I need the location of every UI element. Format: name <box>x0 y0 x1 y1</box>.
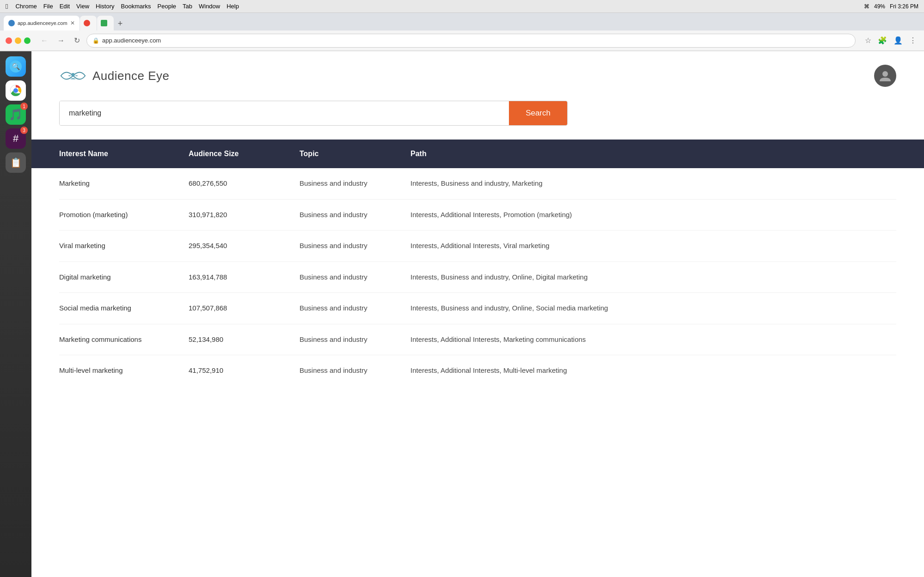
menu-button[interactable]: ⋮ <box>907 34 918 47</box>
app-logo: Audience Eye <box>59 67 169 85</box>
app-header: Audience Eye <box>31 51 924 96</box>
main-content: Audience Eye Search Interest Name Audien… <box>31 51 924 577</box>
forward-button[interactable]: → <box>55 35 67 47</box>
cell-path: Interests, Additional Interests, Marketi… <box>410 334 896 345</box>
col-header-path: Path <box>410 150 896 158</box>
nav-bar: ← → ↻ 🔒 app.audienceeye.com ☆ 🧩 👤 ⋮ <box>0 30 924 51</box>
cell-audience-size: 295,354,540 <box>189 241 300 251</box>
tab-3[interactable] <box>97 16 114 30</box>
maximize-window-button[interactable] <box>24 37 31 44</box>
cell-audience-size: 41,752,910 <box>189 365 300 376</box>
cell-path: Interests, Business and industry, Online… <box>410 303 896 314</box>
table-row: Marketing communications 52,134,980 Busi… <box>59 324 896 356</box>
table-row: Promotion (marketing) 310,971,820 Busine… <box>59 200 896 231</box>
menubar-right: ⌘ 49% Fri 3:26 PM <box>864 3 918 10</box>
search-bar: Search <box>59 101 568 126</box>
ssl-lock-icon: 🔒 <box>92 37 99 44</box>
address-bar[interactable]: 🔒 app.audienceeye.com <box>86 34 856 48</box>
dock-spotify[interactable]: 🎵 1 <box>6 104 26 125</box>
dock-finder[interactable]: 🔍 <box>6 56 26 77</box>
tab-bar: app.audienceeye.com ✕ + <box>0 13 924 30</box>
reload-button[interactable]: ↻ <box>71 34 83 47</box>
user-avatar-button[interactable] <box>874 65 896 87</box>
new-tab-button[interactable]: + <box>114 19 127 29</box>
search-input[interactable] <box>60 101 509 125</box>
cell-interest-name: Digital marketing <box>59 272 189 283</box>
results-table: Interest Name Audience Size Topic Path M… <box>31 140 924 386</box>
tab-favicon <box>8 20 15 26</box>
dock-chrome[interactable] <box>6 80 26 101</box>
address-bar-actions: ☆ 🧩 👤 ⋮ <box>863 34 918 47</box>
cell-interest-name: Marketing communications <box>59 334 189 345</box>
menu-history[interactable]: History <box>96 3 114 10</box>
search-section: Search <box>31 96 924 140</box>
menu-people[interactable]: People <box>158 3 176 10</box>
cell-interest-name: Multi-level marketing <box>59 365 189 376</box>
cell-audience-size: 163,914,788 <box>189 272 300 283</box>
slack-badge: 3 <box>20 127 28 134</box>
col-header-interest-name: Interest Name <box>59 150 189 158</box>
cell-interest-name: Marketing <box>59 178 189 189</box>
col-header-audience-size: Audience Size <box>189 150 300 158</box>
menu-edit[interactable]: Edit <box>60 3 70 10</box>
url-text: app.audienceeye.com <box>102 37 850 44</box>
cell-path: Interests, Additional Interests, Promoti… <box>410 210 896 220</box>
wifi-icon: ⌘ <box>864 3 869 10</box>
bookmark-button[interactable]: ☆ <box>863 34 873 47</box>
apple-menu[interactable]:  <box>6 2 8 10</box>
profile-button[interactable]: 👤 <box>892 34 905 47</box>
mac-dock: 🔍 🎵 1 # 3 📋 <box>0 51 31 577</box>
extensions-button[interactable]: 🧩 <box>876 34 889 47</box>
dock-slack[interactable]: # 3 <box>6 128 26 149</box>
back-button[interactable]: ← <box>38 35 51 47</box>
table-row: Digital marketing 163,914,788 Business a… <box>59 262 896 293</box>
col-header-topic: Topic <box>300 150 410 158</box>
cell-path: Interests, Additional Interests, Viral m… <box>410 241 896 251</box>
cell-audience-size: 107,507,868 <box>189 303 300 314</box>
table-header: Interest Name Audience Size Topic Path <box>31 140 924 168</box>
menu-help[interactable]: Help <box>226 3 239 10</box>
menu-bookmarks[interactable]: Bookmarks <box>121 3 151 10</box>
cell-path: Interests, Additional Interests, Multi-l… <box>410 365 896 376</box>
tab-2[interactable] <box>80 16 97 30</box>
table-row: Social media marketing 107,507,868 Busin… <box>59 293 896 324</box>
cell-topic: Business and industry <box>300 241 410 251</box>
tab-label: app.audienceeye.com <box>18 20 67 26</box>
table-row: Multi-level marketing 41,752,910 Busines… <box>59 355 896 386</box>
tab-close-button[interactable]: ✕ <box>70 20 75 26</box>
svg-text:🔍: 🔍 <box>12 63 20 71</box>
close-window-button[interactable] <box>6 37 12 44</box>
menu-tab[interactable]: Tab <box>183 3 192 10</box>
spotify-badge: 1 <box>20 103 28 110</box>
svg-point-5 <box>71 73 75 77</box>
cell-audience-size: 310,971,820 <box>189 210 300 220</box>
dock-app-5[interactable]: 📋 <box>6 152 26 173</box>
browser-chrome: app.audienceeye.com ✕ + ← → ↻ 🔒 app.audi… <box>0 13 924 51</box>
cell-topic: Business and industry <box>300 272 410 283</box>
menu-view[interactable]: View <box>76 3 89 10</box>
cell-path: Interests, Business and industry, Online… <box>410 272 896 283</box>
cell-audience-size: 680,276,550 <box>189 178 300 189</box>
cell-audience-size: 52,134,980 <box>189 334 300 345</box>
menu-file[interactable]: File <box>43 3 53 10</box>
cell-topic: Business and industry <box>300 178 410 189</box>
cell-interest-name: Promotion (marketing) <box>59 210 189 220</box>
svg-point-4 <box>14 89 18 92</box>
svg-point-8 <box>882 71 888 77</box>
battery-status: 49% <box>874 3 885 10</box>
cell-topic: Business and industry <box>300 210 410 220</box>
menu-chrome[interactable]: Chrome <box>15 3 37 10</box>
minimize-window-button[interactable] <box>15 37 21 44</box>
menu-window[interactable]: Window <box>199 3 220 10</box>
logo-text: Audience Eye <box>92 69 169 83</box>
table-row: Viral marketing 295,354,540 Business and… <box>59 231 896 262</box>
cell-topic: Business and industry <box>300 334 410 345</box>
search-button[interactable]: Search <box>509 101 567 125</box>
cell-topic: Business and industry <box>300 303 410 314</box>
table-body: Marketing 680,276,550 Business and indus… <box>31 168 924 386</box>
cell-interest-name: Viral marketing <box>59 241 189 251</box>
menu-items: Chrome File Edit View History Bookmarks … <box>15 3 239 10</box>
active-tab[interactable]: app.audienceeye.com ✕ <box>4 16 80 30</box>
cell-path: Interests, Business and industry, Market… <box>410 178 896 189</box>
table-row: Marketing 680,276,550 Business and indus… <box>59 168 896 200</box>
